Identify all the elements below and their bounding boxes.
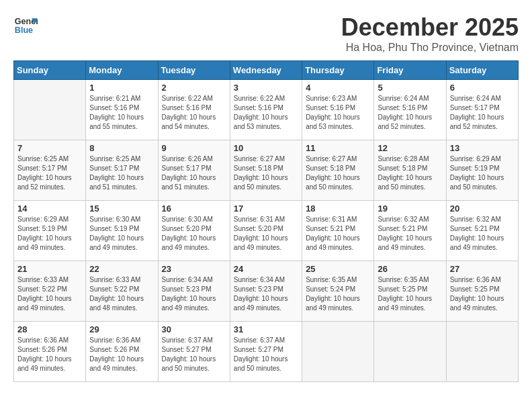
calendar-cell: 5Sunrise: 6:24 AMSunset: 5:16 PMDaylight…: [374, 80, 446, 140]
calendar-table: SundayMondayTuesdayWednesdayThursdayFrid…: [13, 60, 519, 382]
svg-text:Blue: Blue: [15, 26, 33, 35]
calendar-cell: 31Sunrise: 6:37 AMSunset: 5:27 PMDayligh…: [230, 322, 302, 382]
day-number: 8: [89, 143, 154, 153]
day-number: 13: [450, 143, 515, 153]
day-number: 6: [450, 83, 515, 93]
calendar-cell: 7Sunrise: 6:25 AMSunset: 5:17 PMDaylight…: [14, 140, 86, 201]
day-number: 1: [89, 83, 154, 93]
calendar-cell: 10Sunrise: 6:27 AMSunset: 5:18 PMDayligh…: [230, 140, 302, 201]
weekday-header-thursday: Thursday: [302, 61, 374, 80]
day-number: 10: [234, 143, 298, 153]
calendar-cell: [446, 322, 518, 382]
weekday-header-friday: Friday: [374, 61, 446, 80]
calendar-cell: 29Sunrise: 6:36 AMSunset: 5:26 PMDayligh…: [86, 322, 158, 382]
calendar-cell: 22Sunrise: 6:33 AMSunset: 5:22 PMDayligh…: [86, 261, 158, 322]
calendar-cell: 27Sunrise: 6:36 AMSunset: 5:25 PMDayligh…: [446, 261, 518, 322]
cell-info: Sunrise: 6:37 AMSunset: 5:27 PMDaylight:…: [162, 336, 226, 373]
cell-info: Sunrise: 6:27 AMSunset: 5:18 PMDaylight:…: [234, 154, 298, 192]
cell-info: Sunrise: 6:35 AMSunset: 5:25 PMDaylight:…: [378, 275, 442, 313]
day-number: 16: [162, 203, 226, 214]
calendar-cell: 14Sunrise: 6:29 AMSunset: 5:19 PMDayligh…: [14, 201, 86, 261]
cell-info: Sunrise: 6:34 AMSunset: 5:23 PMDaylight:…: [234, 275, 298, 313]
title-section: December 2025 Ha Hoa, Phu Tho Province, …: [341, 13, 519, 54]
calendar-cell: 8Sunrise: 6:25 AMSunset: 5:17 PMDaylight…: [86, 140, 158, 201]
day-number: 30: [162, 324, 226, 334]
cell-info: Sunrise: 6:24 AMSunset: 5:17 PMDaylight:…: [450, 94, 515, 132]
cell-info: Sunrise: 6:24 AMSunset: 5:16 PMDaylight:…: [378, 94, 442, 132]
day-number: 5: [378, 83, 442, 93]
day-number: 22: [89, 264, 154, 274]
cell-info: Sunrise: 6:33 AMSunset: 5:22 PMDaylight:…: [89, 275, 154, 313]
calendar-cell: 24Sunrise: 6:34 AMSunset: 5:23 PMDayligh…: [230, 261, 302, 322]
day-number: 4: [306, 83, 370, 93]
calendar-cell: 25Sunrise: 6:35 AMSunset: 5:24 PMDayligh…: [302, 261, 374, 322]
week-row-1: 1Sunrise: 6:21 AMSunset: 5:16 PMDaylight…: [14, 80, 519, 140]
day-number: 15: [89, 203, 154, 214]
day-number: 23: [162, 264, 226, 274]
weekday-header-sunday: Sunday: [14, 61, 86, 80]
day-number: 26: [378, 264, 442, 274]
cell-info: Sunrise: 6:34 AMSunset: 5:23 PMDaylight:…: [162, 275, 226, 313]
calendar-cell: 4Sunrise: 6:23 AMSunset: 5:16 PMDaylight…: [302, 80, 374, 140]
calendar-cell: [14, 80, 86, 140]
calendar-cell: 13Sunrise: 6:29 AMSunset: 5:19 PMDayligh…: [446, 140, 518, 201]
calendar-cell: [302, 322, 374, 382]
month-title: December 2025: [341, 13, 519, 42]
day-number: 18: [306, 203, 370, 214]
day-number: 11: [306, 143, 370, 153]
calendar-cell: 23Sunrise: 6:34 AMSunset: 5:23 PMDayligh…: [158, 261, 230, 322]
weekday-header-tuesday: Tuesday: [158, 61, 230, 80]
week-row-5: 28Sunrise: 6:36 AMSunset: 5:26 PMDayligh…: [14, 322, 519, 382]
cell-info: Sunrise: 6:25 AMSunset: 5:17 PMDaylight:…: [17, 154, 82, 192]
calendar-cell: 1Sunrise: 6:21 AMSunset: 5:16 PMDaylight…: [86, 80, 158, 140]
calendar-cell: 12Sunrise: 6:28 AMSunset: 5:18 PMDayligh…: [374, 140, 446, 201]
calendar-cell: 2Sunrise: 6:22 AMSunset: 5:16 PMDaylight…: [158, 80, 230, 140]
cell-info: Sunrise: 6:28 AMSunset: 5:18 PMDaylight:…: [378, 154, 442, 192]
week-row-2: 7Sunrise: 6:25 AMSunset: 5:17 PMDaylight…: [14, 140, 519, 201]
day-number: 28: [17, 324, 82, 334]
day-number: 29: [89, 324, 154, 334]
cell-info: Sunrise: 6:27 AMSunset: 5:18 PMDaylight:…: [306, 154, 370, 192]
cell-info: Sunrise: 6:32 AMSunset: 5:21 PMDaylight:…: [450, 215, 515, 253]
location-title: Ha Hoa, Phu Tho Province, Vietnam: [341, 42, 519, 54]
cell-info: Sunrise: 6:36 AMSunset: 5:26 PMDaylight:…: [17, 336, 82, 373]
cell-info: Sunrise: 6:21 AMSunset: 5:16 PMDaylight:…: [89, 94, 154, 132]
day-number: 7: [17, 143, 82, 153]
calendar-cell: 16Sunrise: 6:30 AMSunset: 5:20 PMDayligh…: [158, 201, 230, 261]
cell-info: Sunrise: 6:26 AMSunset: 5:17 PMDaylight:…: [162, 154, 226, 192]
weekday-header-monday: Monday: [86, 61, 158, 80]
calendar-cell: 6Sunrise: 6:24 AMSunset: 5:17 PMDaylight…: [446, 80, 518, 140]
cell-info: Sunrise: 6:36 AMSunset: 5:26 PMDaylight:…: [89, 336, 154, 373]
weekday-header-row: SundayMondayTuesdayWednesdayThursdayFrid…: [14, 61, 519, 80]
day-number: 14: [17, 203, 82, 214]
day-number: 17: [234, 203, 298, 214]
cell-info: Sunrise: 6:31 AMSunset: 5:21 PMDaylight:…: [306, 215, 370, 253]
cell-info: Sunrise: 6:22 AMSunset: 5:16 PMDaylight:…: [162, 94, 226, 132]
day-number: 12: [378, 143, 442, 153]
cell-info: Sunrise: 6:31 AMSunset: 5:20 PMDaylight:…: [234, 215, 298, 253]
cell-info: Sunrise: 6:29 AMSunset: 5:19 PMDaylight:…: [450, 154, 515, 192]
day-number: 9: [162, 143, 226, 153]
calendar-cell: 3Sunrise: 6:22 AMSunset: 5:16 PMDaylight…: [230, 80, 302, 140]
week-row-3: 14Sunrise: 6:29 AMSunset: 5:19 PMDayligh…: [14, 201, 519, 261]
day-number: 19: [378, 203, 442, 214]
day-number: 2: [162, 83, 226, 93]
logo: General Blue: [13, 13, 38, 38]
logo-icon: General Blue: [13, 13, 38, 38]
day-number: 31: [234, 324, 298, 334]
cell-info: Sunrise: 6:30 AMSunset: 5:20 PMDaylight:…: [162, 215, 226, 253]
day-number: 25: [306, 264, 370, 274]
calendar-cell: 20Sunrise: 6:32 AMSunset: 5:21 PMDayligh…: [446, 201, 518, 261]
cell-info: Sunrise: 6:23 AMSunset: 5:16 PMDaylight:…: [306, 94, 370, 132]
calendar-cell: 9Sunrise: 6:26 AMSunset: 5:17 PMDaylight…: [158, 140, 230, 201]
calendar-cell: 21Sunrise: 6:33 AMSunset: 5:22 PMDayligh…: [14, 261, 86, 322]
cell-info: Sunrise: 6:33 AMSunset: 5:22 PMDaylight:…: [17, 275, 82, 313]
cell-info: Sunrise: 6:32 AMSunset: 5:21 PMDaylight:…: [378, 215, 442, 253]
cell-info: Sunrise: 6:35 AMSunset: 5:24 PMDaylight:…: [306, 275, 370, 313]
calendar-cell: 11Sunrise: 6:27 AMSunset: 5:18 PMDayligh…: [302, 140, 374, 201]
cell-info: Sunrise: 6:29 AMSunset: 5:19 PMDaylight:…: [17, 215, 82, 253]
day-number: 20: [450, 203, 515, 214]
cell-info: Sunrise: 6:36 AMSunset: 5:25 PMDaylight:…: [450, 275, 515, 313]
cell-info: Sunrise: 6:30 AMSunset: 5:19 PMDaylight:…: [89, 215, 154, 253]
day-number: 27: [450, 264, 515, 274]
